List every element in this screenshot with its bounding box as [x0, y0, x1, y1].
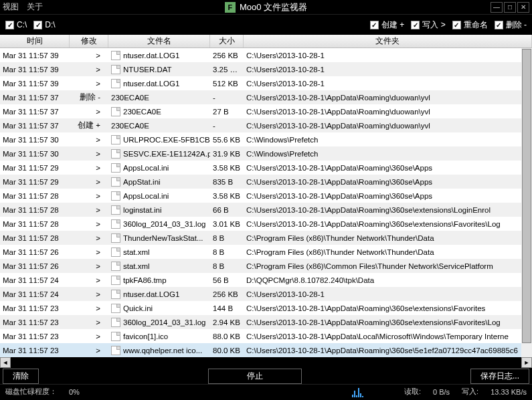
table-row[interactable]: Mar 31 11:57 28>loginstat.ini66 BC:\User…: [0, 203, 532, 217]
header-time[interactable]: 时间: [0, 35, 70, 47]
header-folder[interactable]: 文件夹: [244, 35, 532, 47]
cell-time: Mar 31 11:57 37: [0, 94, 70, 102]
table-row[interactable]: Mar 31 11:57 39>ntuser.dat.LOG1256 KBC:\…: [0, 48, 532, 62]
file-icon: [111, 233, 120, 243]
cell-time: Mar 31 11:57 39: [0, 80, 70, 88]
scroll-right-button[interactable]: ►: [521, 357, 532, 368]
cell-filename: ntuser.dat.LOG1: [108, 290, 210, 299]
cell-size: 31.9 KB: [210, 150, 244, 158]
cell-filename: www.qqhelper.net ico...: [108, 346, 210, 355]
cell-time: Mar 31 11:57 26: [0, 248, 70, 256]
cell-size: 80.0 KB: [210, 346, 244, 355]
cell-filename: ntuser.dat.LOG1: [108, 51, 210, 60]
header-size[interactable]: 大小: [210, 35, 244, 47]
scroll-left-button[interactable]: ◄: [0, 357, 11, 368]
file-icon: [111, 219, 120, 229]
table-row[interactable]: Mar 31 11:57 26>stat.xml8 BC:\Program Fi…: [0, 259, 532, 273]
cell-mod: >: [70, 304, 108, 312]
cell-size: 2.94 KB: [210, 318, 244, 326]
app-logo-icon: F: [225, 2, 236, 13]
filter-rename-checkbox[interactable]: ✓重命名: [452, 19, 488, 31]
table-row[interactable]: Mar 31 11:57 28>ThunderNewTaskStat...8 B…: [0, 231, 532, 245]
cell-time: Mar 31 11:57 26: [0, 262, 70, 270]
cell-size: 66 B: [210, 206, 244, 214]
cell-folder: C:\Users\2013-10-28-1: [244, 66, 532, 74]
table-row[interactable]: Mar 31 11:57 28>AppsLocal.ini3.58 KBC:\U…: [0, 189, 532, 203]
cell-size: 8 B: [210, 234, 244, 242]
file-icon: [111, 304, 120, 313]
table-row[interactable]: Mar 31 11:57 28>360log_2014_03_31.log3.0…: [0, 217, 532, 231]
cell-folder: C:\Users\2013-10-28-1: [244, 80, 532, 88]
cell-folder: C:\Program Files (x86)\Common Files\Thun…: [244, 262, 532, 270]
drive-d-checkbox[interactable]: ✓D:\: [33, 20, 55, 29]
cell-mod: >: [70, 276, 108, 284]
table-row[interactable]: Mar 31 11:57 24>tpkFA86.tmp56 BD:\QQPCMg…: [0, 273, 532, 287]
file-icon: [111, 149, 120, 159]
cell-folder: C:\Users\2013-10-28-1\AppData\Roaming\du…: [244, 108, 532, 116]
table-row[interactable]: Mar 31 11:57 24>ntuser.dat.LOG1256 KBC:\…: [0, 287, 532, 301]
table-header: 时间 修改 文件名 大小 文件夹: [0, 35, 532, 48]
header-filename[interactable]: 文件名: [108, 35, 210, 47]
table-row[interactable]: Mar 31 11:57 23>www.qqhelper.net ico...8…: [0, 343, 532, 357]
drive-c-checkbox[interactable]: ✓C:\: [5, 20, 27, 29]
cell-folder: C:\Program Files (x86)\Thunder Network\T…: [244, 234, 532, 242]
cell-folder: C:\Windows\Prefetch: [244, 136, 532, 144]
filter-create-checkbox[interactable]: ✓创建 +: [370, 19, 404, 31]
close-button[interactable]: ✕: [517, 2, 529, 13]
table-row[interactable]: Mar 31 11:57 29>AppsLocal.ini3.58 KBC:\U…: [0, 161, 532, 175]
cell-size: -: [210, 94, 244, 102]
table-row[interactable]: Mar 31 11:57 37创建 +230ECA0E-C:\Users\201…: [0, 118, 532, 132]
filter-write-checkbox[interactable]: ✓写入 >: [411, 19, 445, 31]
file-icon: [111, 318, 120, 327]
cell-filename: AppsLocal.ini: [108, 191, 210, 201]
table-row[interactable]: Mar 31 11:57 37删除 -230ECA0E-C:\Users\201…: [0, 90, 532, 104]
disk-busy-label: 磁盘忙碌程度：: [5, 387, 57, 397]
cell-filename: 230ECA0E: [108, 107, 210, 116]
cell-filename: NTUSER.DAT: [108, 65, 210, 74]
menu-view[interactable]: 视图: [3, 1, 19, 13]
header-mod[interactable]: 修改: [70, 35, 108, 47]
table-row[interactable]: Mar 31 11:57 26>stat.xml8 BC:\Program Fi…: [0, 245, 532, 259]
table-row[interactable]: Mar 31 11:57 30>SESVC.EXE-1E11242A.pf31.…: [0, 146, 532, 161]
table-row[interactable]: Mar 31 11:57 23>favicon[1].ico88.0 KBC:\…: [0, 329, 532, 343]
minimize-button[interactable]: —: [491, 2, 503, 13]
table-row[interactable]: Mar 31 11:57 39>NTUSER.DAT3.25 MBC:\User…: [0, 62, 532, 76]
stop-button[interactable]: 停止: [208, 369, 302, 384]
cell-filename: Quick.ini: [108, 304, 210, 313]
cell-size: 27 B: [210, 108, 244, 116]
vertical-scrollbar[interactable]: [521, 48, 532, 357]
save-log-button[interactable]: 保存日志...: [470, 369, 529, 384]
maximize-button[interactable]: □: [504, 2, 516, 13]
read-value: 0 B/s: [433, 388, 450, 396]
cell-mod: >: [70, 178, 108, 186]
file-icon: [111, 346, 120, 355]
cell-size: 144 B: [210, 304, 244, 312]
table-row[interactable]: Mar 31 11:57 37>230ECA0E27 BC:\Users\201…: [0, 104, 532, 118]
cell-time: Mar 31 11:57 24: [0, 290, 70, 298]
cell-time: Mar 31 11:57 39: [0, 66, 70, 74]
file-icon: [111, 247, 120, 257]
table-row[interactable]: Mar 31 11:57 23>360log_2014_03_31.log2.9…: [0, 315, 532, 329]
cell-mod: >: [70, 192, 108, 200]
write-label: 写入:: [462, 387, 478, 397]
cell-folder: C:\Users\2013-10-28-1: [244, 52, 532, 60]
cell-mod: 创建 +: [70, 120, 108, 130]
read-label: 读取:: [404, 387, 421, 397]
table-row[interactable]: Mar 31 11:57 30>URLPROC.EXE-5FB1CB...55.…: [0, 132, 532, 146]
menu-about[interactable]: 关于: [27, 1, 43, 13]
clear-button[interactable]: 清除: [3, 369, 39, 384]
cell-folder: C:\Users\2013-10-28-1\AppData\Roaming\36…: [244, 206, 532, 214]
cell-size: 3.25 MB: [210, 66, 244, 74]
horizontal-scrollbar[interactable]: ◄ ►: [0, 357, 532, 368]
cell-time: Mar 31 11:57 24: [0, 276, 70, 284]
cell-mod: >: [70, 346, 108, 355]
table-row[interactable]: Mar 31 11:57 39>ntuser.dat.LOG1512 KBC:\…: [0, 76, 532, 90]
cell-mod: >: [70, 150, 108, 158]
table-row[interactable]: Mar 31 11:57 29>AppStat.ini835 BC:\Users…: [0, 175, 532, 189]
cell-mod: >: [70, 332, 108, 340]
window-title: F Moo0 文件监视器: [43, 1, 489, 13]
cell-folder: D:\QQPCMgr\8.8.10782.240\tpk\Data: [244, 276, 532, 284]
filter-delete-checkbox[interactable]: ✓删除 -: [495, 19, 527, 31]
table-row[interactable]: Mar 31 11:57 23>Quick.ini144 BC:\Users\2…: [0, 301, 532, 315]
cell-folder: C:\Users\2013-10-28-1\AppData\Roaming\36…: [244, 346, 532, 355]
